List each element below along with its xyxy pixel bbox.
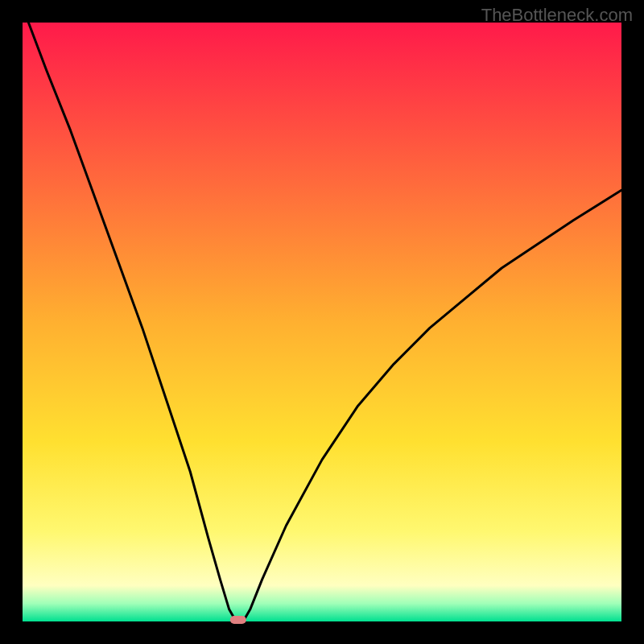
- optimal-marker: [230, 616, 246, 624]
- plot-area: [23, 23, 621, 621]
- bottleneck-chart: TheBottleneck.com: [0, 0, 644, 644]
- chart-svg: [0, 0, 644, 644]
